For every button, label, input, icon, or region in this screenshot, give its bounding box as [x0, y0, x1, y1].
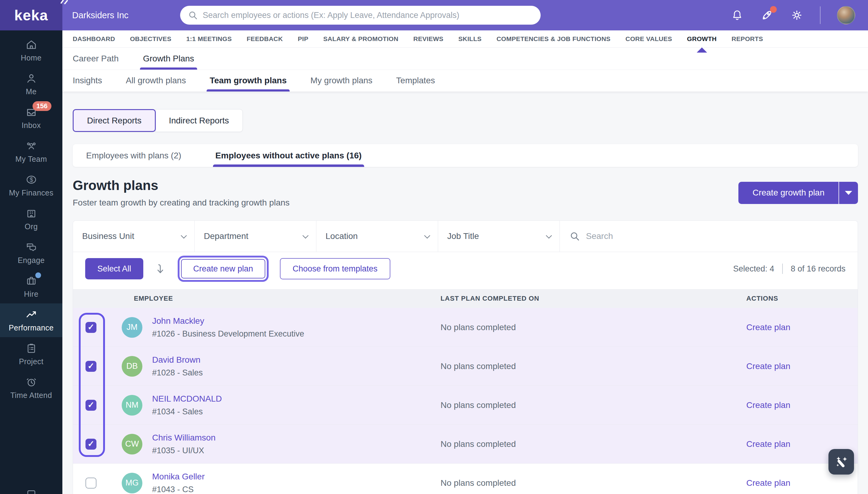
- check-icon: ✓: [88, 362, 95, 370]
- plan-status-tabs: Employees with plans (2) Employees witho…: [73, 144, 858, 167]
- keka-logo[interactable]: keka: [0, 0, 62, 31]
- sidebar-item-my-finances[interactable]: $ My Finances: [0, 168, 62, 202]
- tab-employees-with-plans[interactable]: Employees with plans (2): [86, 144, 181, 167]
- subtab-insights[interactable]: Insights: [73, 70, 102, 92]
- page-title: Growth plans: [73, 178, 290, 193]
- inbox-icon: 156: [25, 106, 37, 118]
- chevron-down-icon: [546, 232, 552, 239]
- check-icon: ✓: [88, 323, 95, 331]
- indirect-reports-button[interactable]: Indirect Reports: [155, 109, 243, 132]
- direct-reports-button[interactable]: Direct Reports: [73, 109, 156, 132]
- select-all-button[interactable]: Select All: [85, 258, 143, 279]
- tab-employees-without-plans[interactable]: Employees without active plans (16): [216, 144, 362, 167]
- tab-salary-promotion[interactable]: SALARY & PROMOTION: [324, 31, 399, 48]
- table-row: ✓ CW Chris Williamson #1035 - UI/UX No p…: [73, 425, 858, 463]
- tab-skills[interactable]: SKILLS: [458, 31, 481, 48]
- employee-detail: #1028 - Sales: [152, 368, 203, 378]
- sidebar-item-performance[interactable]: Performance: [0, 303, 62, 337]
- settings-gear-icon[interactable]: [790, 8, 804, 22]
- column-last-plan: LAST PLAN COMPLETED ON: [441, 294, 746, 303]
- page-heading: Growth plans Foster team growth by creat…: [73, 178, 290, 208]
- tab-career-path[interactable]: Career Path: [73, 48, 119, 70]
- avatar: DB: [122, 356, 142, 377]
- tab-feedback[interactable]: FEEDBACK: [247, 31, 283, 48]
- check-icon: ✓: [88, 401, 95, 409]
- global-search[interactable]: [180, 6, 541, 25]
- employee-name-link[interactable]: Chris Williamson: [152, 433, 216, 443]
- employee-name-link[interactable]: John Mackley: [152, 316, 304, 326]
- business-unit-filter[interactable]: Business Unit: [73, 221, 195, 252]
- growth-active-indicator: [697, 48, 707, 53]
- create-new-plan-button[interactable]: Create new plan: [181, 259, 265, 279]
- sidebar-item-home[interactable]: Home: [0, 34, 62, 67]
- company-name: Darksiders Inc: [72, 10, 128, 20]
- table-search-input[interactable]: [586, 231, 848, 241]
- sidebar-item-project[interactable]: Project: [0, 337, 62, 371]
- svg-text:$: $: [30, 176, 33, 183]
- department-filter[interactable]: Department: [195, 221, 316, 252]
- create-plan-link[interactable]: Create plan: [746, 323, 858, 332]
- tab-growth[interactable]: GROWTH: [687, 31, 717, 48]
- create-growth-plan-dropdown[interactable]: [838, 182, 858, 204]
- user-avatar[interactable]: [837, 6, 855, 24]
- sidebar-item-org[interactable]: Org: [0, 202, 62, 236]
- tab-core-values[interactable]: CORE VALUES: [626, 31, 672, 48]
- create-plan-link[interactable]: Create plan: [746, 400, 858, 410]
- job-title-filter[interactable]: Job Title: [438, 221, 560, 252]
- table-search[interactable]: [560, 221, 858, 252]
- create-plan-link[interactable]: Create plan: [746, 478, 858, 488]
- row-checkbox[interactable]: ✓: [86, 322, 96, 333]
- whats-new-rocket-icon[interactable]: [760, 8, 774, 22]
- keka-logo-text: keka: [14, 7, 48, 24]
- employee-name-link[interactable]: David Brown: [152, 355, 203, 365]
- topbar: keka Darksiders Inc: [0, 0, 868, 31]
- sidebar-item-time-attend[interactable]: Time Attend: [0, 371, 62, 405]
- check-icon: ✓: [88, 440, 95, 448]
- reports-toggle: Direct Reports Indirect Reports: [73, 109, 243, 132]
- location-filter[interactable]: Location: [316, 221, 438, 252]
- table-header: EMPLOYEE LAST PLAN COMPLETED ON ACTIONS: [73, 289, 858, 308]
- employee-name-link[interactable]: Monika Geller: [152, 472, 205, 481]
- ai-assistant-fab[interactable]: [828, 449, 854, 475]
- page-subtitle: Foster team growth by creating and track…: [73, 198, 290, 208]
- content-area: Direct Reports Indirect Reports Employee…: [62, 92, 868, 494]
- chevron-down-icon: [302, 232, 309, 239]
- sidebar-item-my-team[interactable]: My Team: [0, 135, 62, 168]
- avatar: NM: [122, 395, 142, 416]
- employee-name-link[interactable]: NEIL MCDONALD: [152, 394, 222, 404]
- global-search-input[interactable]: [203, 11, 533, 20]
- chevron-down-icon: [181, 232, 187, 239]
- subtab-my-growth-plans[interactable]: My growth plans: [310, 70, 372, 92]
- tab-reports[interactable]: REPORTS: [732, 31, 763, 48]
- sidebar-item-hire[interactable]: Hire: [0, 270, 62, 303]
- sidebar-item-me[interactable]: Me: [0, 67, 62, 101]
- tab-growth-plans[interactable]: Growth Plans: [143, 48, 194, 70]
- building-icon: [25, 207, 37, 220]
- choose-from-templates-button[interactable]: Choose from templates: [280, 258, 390, 279]
- last-plan-cell: No plans completed: [441, 439, 746, 449]
- row-checkbox[interactable]: ✓: [86, 478, 96, 489]
- create-plan-link[interactable]: Create plan: [746, 361, 858, 371]
- tab-1-1-meetings[interactable]: 1:1 MEETINGS: [186, 31, 232, 48]
- subtab-team-growth-plans[interactable]: Team growth plans: [210, 70, 287, 92]
- tab-objectives[interactable]: OBJECTIVES: [130, 31, 171, 48]
- notifications-bell-icon[interactable]: [731, 8, 744, 22]
- sidebar-item-partial[interactable]: [0, 490, 62, 494]
- create-growth-plan-button[interactable]: Create growth plan: [738, 182, 838, 204]
- subtab-templates[interactable]: Templates: [396, 70, 435, 92]
- sidebar-item-engage[interactable]: Engage: [0, 236, 62, 270]
- create-plan-link[interactable]: Create plan: [746, 439, 858, 449]
- chat-bubbles-icon: [25, 241, 37, 253]
- row-checkbox[interactable]: ✓: [86, 439, 96, 450]
- team-icon: [25, 140, 37, 152]
- sidebar-item-inbox[interactable]: 156 Inbox: [0, 101, 62, 135]
- tab-pip[interactable]: PIP: [298, 31, 309, 48]
- tab-dashboard[interactable]: DASHBOARD: [73, 31, 115, 48]
- tab-competencies[interactable]: COMPETENCIES & JOB FUNCTIONS: [497, 31, 611, 48]
- inbox-count-badge: 156: [33, 101, 52, 111]
- subtab-all-growth-plans[interactable]: All growth plans: [126, 70, 186, 92]
- row-checkbox[interactable]: ✓: [86, 361, 96, 372]
- table-row: ✓ JM John Mackley #1026 - Business Devel…: [73, 308, 858, 347]
- row-checkbox[interactable]: ✓: [86, 400, 96, 411]
- tab-reviews[interactable]: REVIEWS: [413, 31, 443, 48]
